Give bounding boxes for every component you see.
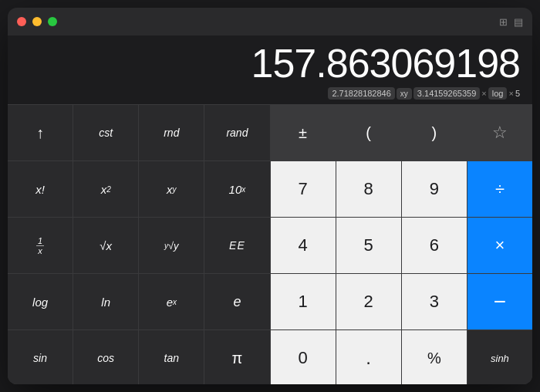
calculator-window: ⊞ ▤ 157.863069198 2.71828182846 xy 3.141… xyxy=(8,8,532,384)
expression-row: 2.71828182846 xy 3.14159265359 × log × 5 xyxy=(20,87,520,100)
factorial-button[interactable]: x! xyxy=(8,161,73,217)
expr-log: log xyxy=(488,87,508,100)
expr-left-value: 2.71828182846 xyxy=(328,87,394,100)
right-paren-button[interactable]: ) xyxy=(402,105,467,161)
title-bar-icons: ⊞ ▤ xyxy=(499,16,523,28)
percent-button[interactable]: % xyxy=(402,330,467,384)
cos-button[interactable]: cos xyxy=(73,330,138,384)
power-button[interactable]: xy xyxy=(139,161,204,217)
buttons-grid: ↑ cst rnd rand ± ( ) ☆ x! x2 xy 10x 7 8 … xyxy=(8,104,532,384)
expr-multiply: × xyxy=(481,89,486,98)
expr-num: 5 xyxy=(515,89,520,98)
expr-xy-token: xy xyxy=(397,88,412,100)
two-button[interactable]: 2 xyxy=(336,274,401,329)
maximize-button[interactable] xyxy=(48,17,57,26)
exp-button[interactable]: ex xyxy=(139,274,204,329)
square-button[interactable]: x2 xyxy=(73,161,138,217)
cst-button[interactable]: cst xyxy=(73,105,138,161)
seven-button[interactable]: 7 xyxy=(271,161,336,217)
ln-button[interactable]: ln xyxy=(73,274,138,329)
expr-close-x: × xyxy=(508,89,513,98)
ten-power-button[interactable]: 10x xyxy=(204,161,269,217)
nine-button[interactable]: 9 xyxy=(402,161,467,217)
log-button[interactable]: log xyxy=(8,274,73,329)
shift-button[interactable]: ↑ xyxy=(8,105,73,161)
sinh-button[interactable]: sinh xyxy=(467,330,532,384)
five-button[interactable]: 5 xyxy=(336,218,401,273)
expr-right-value: 3.14159265359 xyxy=(413,87,480,100)
favorite-button[interactable]: ☆ xyxy=(467,105,532,161)
multiply-button[interactable]: × xyxy=(467,218,532,273)
plus-minus-button[interactable]: ± xyxy=(271,105,336,161)
e-const-button[interactable]: e xyxy=(204,274,269,329)
sin-button[interactable]: sin xyxy=(8,330,73,384)
inverse-button[interactable]: 1x xyxy=(8,218,73,273)
six-button[interactable]: 6 xyxy=(402,218,467,273)
zero-button[interactable]: 0 xyxy=(271,330,336,384)
eight-button[interactable]: 8 xyxy=(336,161,401,217)
sqrt-button[interactable]: √x xyxy=(73,218,138,273)
divide-button[interactable]: ÷ xyxy=(467,161,532,217)
ee-button[interactable]: EE xyxy=(204,218,269,273)
subtract-button[interactable]: − xyxy=(467,274,532,329)
history-icon[interactable]: ▤ xyxy=(514,16,523,28)
minimize-button[interactable] xyxy=(32,17,42,26)
rand-button[interactable]: rand xyxy=(204,105,269,161)
decimal-button[interactable]: . xyxy=(336,330,401,384)
three-button[interactable]: 3 xyxy=(402,274,467,329)
rnd-button[interactable]: rnd xyxy=(139,105,204,161)
pi-button[interactable]: π xyxy=(204,330,269,384)
nth-root-button[interactable]: y√y xyxy=(139,218,204,273)
tan-button[interactable]: tan xyxy=(139,330,204,384)
close-button[interactable] xyxy=(17,17,26,26)
display-area: 157.863069198 2.71828182846 xy 3.1415926… xyxy=(8,35,532,104)
pin-icon[interactable]: ⊞ xyxy=(499,16,508,28)
four-button[interactable]: 4 xyxy=(271,218,336,273)
title-bar: ⊞ ▤ xyxy=(8,8,532,35)
main-result: 157.863069198 xyxy=(20,42,520,86)
one-button[interactable]: 1 xyxy=(271,274,336,329)
left-paren-button[interactable]: ( xyxy=(336,105,401,161)
